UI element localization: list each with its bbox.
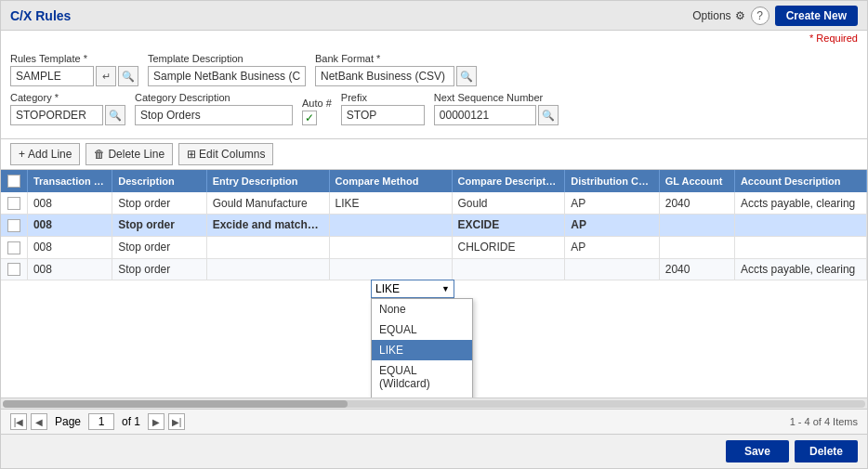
distrib-code-cell: AP bbox=[565, 214, 659, 236]
entry-desc-cell: Excide and matched I... bbox=[206, 214, 329, 236]
scrollbar-thumb[interactable] bbox=[3, 400, 348, 408]
row-checkbox[interactable] bbox=[7, 197, 20, 210]
horizontal-scrollbar[interactable] bbox=[1, 397, 867, 409]
auto-hash-checkbox[interactable]: ✓ bbox=[302, 111, 317, 125]
footer: Save Delete bbox=[1, 434, 867, 468]
next-page-button[interactable]: ▶ bbox=[148, 413, 164, 430]
rules-template-group: Rules Template * ↵ 🔍 bbox=[10, 53, 138, 86]
col-header-description[interactable]: Description bbox=[112, 170, 206, 192]
dropdown-trigger[interactable]: LIKE ▼ bbox=[371, 280, 454, 298]
col-header-compare-method[interactable]: Compare Method bbox=[329, 170, 452, 192]
row-checkbox[interactable] bbox=[7, 263, 20, 276]
dropdown-current-value: LIKE bbox=[375, 282, 400, 295]
table-body: 008Stop orderGould ManufactureLIKEGouldA… bbox=[1, 192, 867, 280]
dropdown-option-equal[interactable]: EQUAL bbox=[372, 319, 472, 340]
save-button[interactable]: Save bbox=[726, 440, 789, 462]
compare-method-cell[interactable]: LIKE bbox=[329, 192, 452, 214]
delete-line-label: Delete Line bbox=[108, 148, 164, 161]
compare-desc-cell: CHLORIDE bbox=[452, 236, 565, 258]
row-check-cell bbox=[1, 214, 27, 236]
bank-format-group: Bank Format * 🔍 bbox=[315, 53, 477, 86]
add-line-label: Add Line bbox=[28, 148, 72, 161]
col-header-compare-desc[interactable]: Compare Description bbox=[452, 170, 565, 192]
options-button[interactable]: Options ⚙ bbox=[692, 9, 744, 22]
help-button[interactable]: ? bbox=[751, 7, 769, 25]
distrib-code-cell: AP bbox=[565, 192, 659, 214]
rules-template-input[interactable] bbox=[10, 66, 94, 86]
header-actions: Options ⚙ ? Create New bbox=[692, 6, 858, 26]
gear-icon: ⚙ bbox=[735, 9, 745, 22]
next-seq-search-btn[interactable]: 🔍 bbox=[538, 105, 559, 125]
compare-method-options[interactable]: None EQUAL LIKE EQUAL (Wildcard) LIKE (W… bbox=[371, 298, 473, 397]
category-desc-input[interactable] bbox=[135, 105, 293, 125]
compare-desc-cell: EXCIDE bbox=[452, 214, 565, 236]
prefix-group: Prefix bbox=[341, 92, 425, 125]
prev-page-button[interactable]: ◀ bbox=[31, 413, 47, 430]
compare-method-cell[interactable] bbox=[329, 258, 452, 280]
category-label: Category * bbox=[10, 92, 125, 103]
description-cell: Stop order bbox=[112, 192, 206, 214]
pagination: |◀ ◀ Page of 1 ▶ ▶| 1 - 4 of 4 Items bbox=[1, 409, 867, 434]
gl-account-cell: 2040 bbox=[659, 258, 734, 280]
delete-button[interactable]: Delete bbox=[795, 440, 858, 462]
category-input[interactable] bbox=[10, 105, 103, 125]
table-row[interactable]: 008Stop orderCHLORIDEAP bbox=[1, 236, 867, 258]
trash-icon: 🗑 bbox=[94, 148, 105, 161]
first-page-button[interactable]: |◀ bbox=[10, 413, 27, 430]
gl-account-cell bbox=[659, 236, 734, 258]
of-label: of 1 bbox=[122, 415, 140, 428]
rules-template-label: Rules Template * bbox=[10, 53, 138, 64]
trans-code-cell: 008 bbox=[27, 258, 112, 280]
distrib-code-cell: AP bbox=[565, 236, 659, 258]
edit-columns-button[interactable]: ⊞ Edit Columns bbox=[178, 143, 273, 165]
col-header-distrib-code[interactable]: Distribution Co... bbox=[565, 170, 659, 192]
description-cell: Stop order bbox=[112, 236, 206, 258]
columns-icon: ⊞ bbox=[187, 148, 196, 161]
category-desc-group: Category Description bbox=[135, 92, 293, 125]
category-search-btn[interactable]: 🔍 bbox=[105, 105, 125, 125]
col-header-entry-desc[interactable]: Entry Description bbox=[206, 170, 329, 192]
delete-line-button[interactable]: 🗑 Delete Line bbox=[85, 143, 173, 165]
account-desc-cell bbox=[734, 214, 866, 236]
row-check-cell bbox=[1, 258, 27, 280]
compare-method-dropdown-menu[interactable]: LIKE ▼ None EQUAL LIKE EQUAL (Wildcard) … bbox=[371, 280, 454, 298]
bank-format-search-btn[interactable]: 🔍 bbox=[456, 66, 477, 86]
col-header-trans-code[interactable]: Transaction Co... bbox=[27, 170, 112, 192]
header-checkbox[interactable] bbox=[7, 175, 20, 188]
edit-columns-label: Edit Columns bbox=[199, 148, 265, 161]
prefix-input[interactable] bbox=[341, 105, 425, 125]
template-desc-group: Template Description bbox=[148, 53, 306, 86]
auto-hash-group: Auto # ✓ bbox=[302, 98, 332, 125]
page-input[interactable] bbox=[88, 413, 114, 430]
bank-format-input[interactable] bbox=[315, 66, 454, 86]
account-desc-cell: Accts payable, clearing bbox=[734, 258, 866, 280]
add-line-button[interactable]: + Add Line bbox=[10, 143, 80, 165]
col-header-gl-account[interactable]: GL Account bbox=[659, 170, 734, 192]
dropdown-option-like-wildcard[interactable]: LIKE (Wildcard) bbox=[372, 394, 472, 397]
table-row[interactable]: 008Stop orderExcide and matched I...EXCI… bbox=[1, 214, 867, 236]
rules-table: Transaction Co... Description Entry Desc… bbox=[1, 170, 867, 280]
table-row[interactable]: 008Stop order2040Accts payable, clearing bbox=[1, 258, 867, 280]
scrollbar-track[interactable] bbox=[3, 400, 865, 408]
template-desc-input[interactable] bbox=[148, 66, 306, 86]
description-cell: Stop order bbox=[112, 214, 206, 236]
account-desc-cell: Accts payable, clearing bbox=[734, 192, 866, 214]
next-seq-input[interactable] bbox=[434, 105, 536, 125]
dropdown-option-none[interactable]: None bbox=[372, 299, 472, 319]
row-checkbox[interactable] bbox=[7, 241, 20, 254]
dropdown-option-equal-wildcard[interactable]: EQUAL (Wildcard) bbox=[372, 360, 472, 394]
dropdown-option-like[interactable]: LIKE bbox=[372, 340, 472, 360]
last-page-button[interactable]: ▶| bbox=[168, 413, 185, 430]
entry-desc-cell bbox=[206, 236, 329, 258]
create-new-button[interactable]: Create New bbox=[775, 6, 858, 26]
rules-template-search-btn[interactable]: 🔍 bbox=[118, 66, 138, 86]
table-row[interactable]: 008Stop orderGould ManufactureLIKEGouldA… bbox=[1, 192, 867, 214]
col-header-account-desc[interactable]: Account Description bbox=[734, 170, 866, 192]
rules-template-arrow-btn[interactable]: ↵ bbox=[96, 66, 116, 86]
row-checkbox[interactable] bbox=[7, 219, 20, 232]
compare-method-cell[interactable] bbox=[329, 236, 452, 258]
trans-code-cell: 008 bbox=[27, 192, 112, 214]
compare-method-cell[interactable] bbox=[329, 214, 452, 236]
dropdown-arrow-icon: ▼ bbox=[441, 284, 450, 293]
next-seq-group: Next Sequence Number 🔍 bbox=[434, 92, 559, 125]
